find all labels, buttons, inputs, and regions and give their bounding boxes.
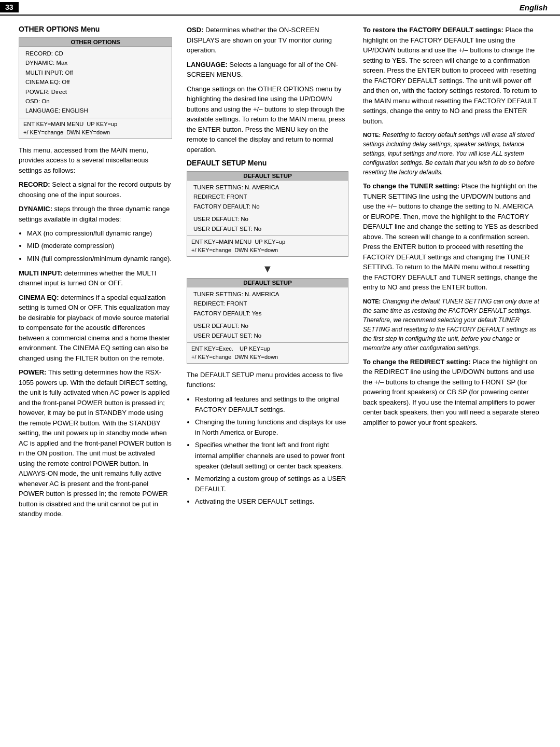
default-setup-menu-box-2: DEFAULT SETUP TUNER SETTING: N. AMERICA …: [187, 278, 348, 364]
ds1-line-tuner: TUNER SETTING: N. AMERICA: [193, 183, 342, 192]
restore-heading: To restore the FACTORY DEFAULT settings:: [363, 26, 503, 34]
bullet-activating: Activating the USER DEFAULT settings.: [195, 496, 348, 507]
power-text: This setting determines how the RSX-1055…: [19, 368, 172, 518]
note1-text: Resetting to factory default settings wi…: [363, 131, 535, 176]
default-setup-menu-header-1: DEFAULT SETUP: [187, 172, 348, 181]
multi-input-term: MULTI INPUT:: [19, 269, 62, 277]
menu-line-dynamic: DYNAMIC: Max: [25, 58, 165, 67]
multi-input-para: MULTI INPUT: determines whether the MULT…: [19, 268, 172, 288]
default-setup-content-2: TUNER SETTING: N. AMERICA REDIRECT: FRON…: [187, 287, 348, 342]
ds1-footer-2: +/ KEY=change DWN KEY=down: [191, 246, 344, 255]
note2-text: Changing the default TUNER SETTING can o…: [363, 298, 539, 352]
default-setup-menu-box-1: DEFAULT SETUP TUNER SETTING: N. AMERICA …: [187, 171, 348, 257]
other-options-menu-footer: ENT KEY=MAIN MENU UP KEY=up +/ KEY=chang…: [19, 118, 172, 139]
tuner-text: Place the highlight on the TUNER SETTING…: [363, 182, 538, 291]
menu-line-power: POWER: Direct: [25, 87, 165, 96]
ds1-line-factory: FACTORY DEFAULT: No: [193, 202, 342, 211]
cinema-eq-term: CINEMA EQ:: [19, 294, 59, 301]
other-options-menu-box: OTHER OPTIONS RECORD: CD DYNAMIC: Max MU…: [19, 37, 172, 139]
ds1-line-user-set: USER DEFAULT SET: No: [193, 224, 342, 233]
tuner-para: To change the TUNER setting: Place the h…: [363, 181, 540, 293]
footer-line-2: +/ KEY=change DWN KEY=down: [23, 128, 167, 137]
redirect-text: Place the highlight on the REDIRECT line…: [363, 358, 539, 426]
menu-line-language: LANGUAGE: ENGLISH: [25, 106, 165, 115]
language-term: LANGUAGE:: [187, 61, 228, 68]
redirect-heading: To change the REDIRECT setting:: [363, 358, 471, 366]
ds1-footer-1: ENT KEY=MAIN MENU UP KEY=up: [191, 238, 344, 246]
default-setup-bullets: Restoring all features and settings to t…: [195, 394, 348, 507]
default-setup-footer-1: ENT KEY=MAIN MENU UP KEY=up +/ KEY=chang…: [187, 236, 348, 256]
cinema-eq-para: CINEMA EQ: determines if a special equal…: [19, 293, 172, 364]
record-para: RECORD: Select a signal for the record o…: [19, 179, 172, 200]
footer-line-1: ENT KEY=MAIN MENU UP KEY=up: [23, 120, 167, 129]
language-label: English: [520, 3, 548, 12]
default-setup-title: DEFAULT SETUP Menu: [187, 159, 348, 167]
dynamic-para: DYNAMIC: steps through the three dynamic…: [19, 204, 172, 224]
dynamic-bullets-list: MAX (no compression/full dynamic range) …: [27, 228, 172, 264]
menu-line-multi-input: MULTI INPUT: Off: [25, 68, 165, 77]
cinema-eq-text: determines if a special equalization set…: [19, 294, 170, 362]
default-setup-menu-header-2: DEFAULT SETUP: [187, 279, 348, 287]
ds2-footer-1: ENT KEY=Exec. UP KEY=up: [191, 344, 344, 353]
redirect-para: To change the REDIRECT setting: Place th…: [363, 357, 540, 428]
bullet-memorizing: Memorizing a custom group of settings as…: [195, 474, 348, 494]
other-options-title: OTHER OPTIONS Menu: [19, 25, 172, 33]
ds2-line-user: USER DEFAULT: No: [193, 321, 342, 330]
osd-para: OSD: Determines whether the ON-SCREEN DI…: [187, 25, 348, 56]
page-number: 33: [0, 2, 19, 12]
intro-para: This menu, accessed from the MAIN menu, …: [19, 145, 172, 176]
menu-line-record: RECORD: CD: [25, 49, 165, 58]
main-content: OTHER OPTIONS Menu OTHER OPTIONS RECORD:…: [0, 16, 560, 533]
ds1-line-redirect: REDIRECT: FRONT: [193, 192, 342, 201]
ds2-footer-2: +/ KEY=change DWN KEY=down: [191, 353, 344, 362]
restore-text: Place the highlight on the FACTORY DEFAU…: [363, 26, 537, 125]
note1-block: NOTE: Resetting to factory default setti…: [363, 130, 540, 177]
bullet-changing-tuning: Changing the tuning functions and displa…: [195, 417, 348, 438]
col2: OSD: Determines whether the ON-SCREEN DI…: [179, 25, 356, 523]
default-setup-footer-2: ENT KEY=Exec. UP KEY=up +/ KEY=change DW…: [187, 342, 348, 363]
bullet-mid: MID (moderate compression): [27, 241, 172, 251]
record-term: RECORD:: [19, 181, 50, 188]
note2-label: NOTE:: [363, 298, 381, 305]
note2-block: NOTE: Changing the default TUNER SETTING…: [363, 297, 540, 353]
power-term: POWER:: [19, 368, 46, 376]
ds2-line-factory: FACTORY DEFAULT: Yes: [193, 309, 342, 318]
ds2-line-user-set: USER DEFAULT SET: No: [193, 331, 342, 340]
menu-line-cinema-eq: CINEMA EQ: Off: [25, 77, 165, 87]
restore-para: To restore the FACTORY DEFAULT settings:…: [363, 25, 540, 126]
menu-line-osd: OSD: On: [25, 96, 165, 106]
bullet-specifies: Specifies whether the front left and fro…: [195, 440, 348, 471]
ds1-line-user: USER DEFAULT: No: [193, 214, 342, 224]
ds2-line-tuner: TUNER SETTING: N. AMERICA: [193, 289, 342, 299]
tuner-heading: To change the TUNER setting:: [363, 182, 459, 190]
ds2-line-redirect: REDIRECT: FRONT: [193, 299, 342, 308]
arrow-down-icon: ▼: [187, 263, 348, 275]
col1: OTHER OPTIONS Menu OTHER OPTIONS RECORD:…: [19, 25, 179, 523]
osd-term: OSD:: [187, 26, 204, 34]
note1-label: NOTE:: [363, 132, 381, 138]
dynamic-term: DYNAMIC:: [19, 205, 52, 213]
col3: To restore the FACTORY DEFAULT settings:…: [356, 25, 548, 523]
osd-text: Determines whether the ON-SCREEN DISPLAY…: [187, 26, 332, 54]
bullet-max: MAX (no compression/full dynamic range): [27, 228, 172, 239]
bullet-min: MIN (full compression/minimum dynamic ra…: [27, 254, 172, 264]
language-para: LANGUAGE: Selects a language for all of …: [187, 60, 348, 80]
other-options-menu-content: RECORD: CD DYNAMIC: Max MULTI INPUT: Off…: [19, 47, 172, 118]
default-setup-content-1: TUNER SETTING: N. AMERICA REDIRECT: FRON…: [187, 181, 348, 236]
header-bar: 33 English: [0, 0, 560, 16]
other-options-menu-header: OTHER OPTIONS: [19, 38, 172, 47]
bullet-restoring: Restoring all features and settings to t…: [195, 394, 348, 415]
provides-para: The DEFAULT SETUP menu provides access t…: [187, 370, 348, 390]
power-para: POWER: This setting determines how the R…: [19, 367, 172, 519]
change-settings-para: Change settings on the OTHER OPTIONS men…: [187, 84, 348, 155]
